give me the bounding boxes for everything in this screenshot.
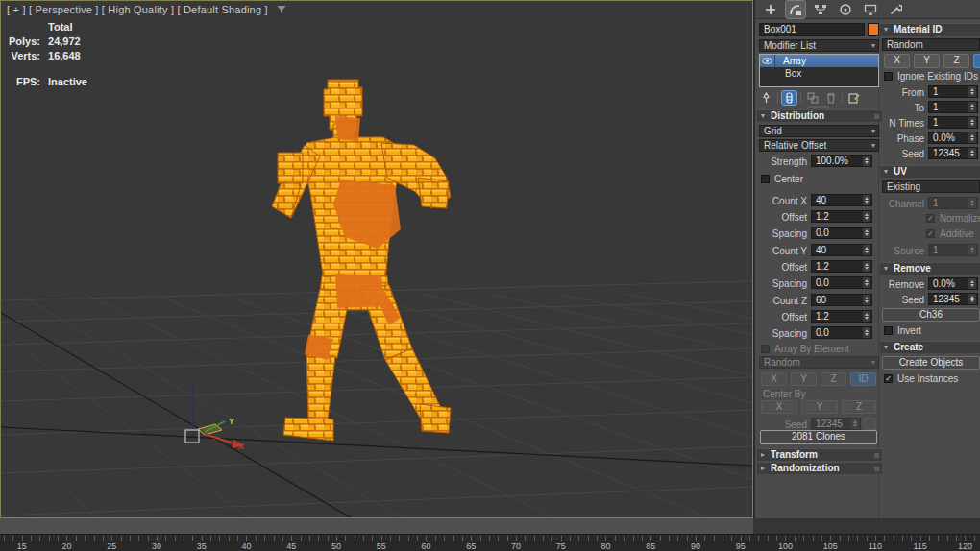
- spacingz-field[interactable]: 0.0: [811, 326, 872, 339]
- offsetz-field[interactable]: 1.2: [811, 310, 872, 323]
- show-end-result-icon[interactable]: [782, 91, 796, 105]
- matid-axis-id-button[interactable]: ID: [973, 54, 980, 68]
- tab-hierarchy[interactable]: [811, 1, 830, 18]
- rollout-uv[interactable]: ▾ UV: [880, 165, 980, 178]
- tab-create[interactable]: [761, 1, 780, 18]
- rollout-material-id[interactable]: ▾ Material ID: [880, 23, 980, 36]
- spinner-control[interactable]: [863, 195, 870, 205]
- rollout-distribution[interactable]: ▾ Distribution: [757, 109, 882, 122]
- offset-mode-dropdown[interactable]: Relative Offset▾: [759, 139, 879, 152]
- rollout-randomization[interactable]: ▸ Randomization: [757, 462, 882, 474]
- phase-field[interactable]: 0.0%: [928, 132, 978, 144]
- center-checkbox[interactable]: [761, 175, 770, 183]
- use-instances-checkbox[interactable]: ✓: [884, 374, 893, 383]
- clones-count-button[interactable]: 2081 Clones: [760, 430, 877, 444]
- transform-gizmo[interactable]: Y X: [185, 379, 244, 451]
- configure-modifier-sets-icon[interactable]: [846, 91, 861, 105]
- rollout-remove[interactable]: ▾ Remove: [880, 262, 980, 275]
- additive-checkbox[interactable]: ✓: [926, 229, 935, 238]
- offsetx-field[interactable]: 1.2: [811, 210, 872, 223]
- center-by-x-button[interactable]: X: [761, 400, 797, 414]
- pin-stack-icon[interactable]: [759, 91, 773, 105]
- county-field[interactable]: 40: [811, 244, 872, 256]
- spacingx-field[interactable]: 0.0: [811, 227, 872, 239]
- countx-field[interactable]: 40: [811, 194, 872, 206]
- uv-mode-dropdown[interactable]: Existing: [882, 180, 980, 193]
- timeline-ruler[interactable]: 1520253035404550556065707580859095100105…: [0, 534, 980, 551]
- element-axis-z-button[interactable]: Z: [821, 372, 846, 386]
- filter-funnel-icon[interactable]: [276, 4, 287, 15]
- normalize-checkbox[interactable]: ✓: [926, 214, 935, 223]
- tab-modify[interactable]: [786, 1, 805, 18]
- source-field[interactable]: 1: [928, 244, 978, 256]
- viewport-label[interactable]: [ + ] [ Perspective ] [ High Quality ] […: [7, 4, 268, 15]
- spinner-control[interactable]: [968, 132, 976, 143]
- element-axis-id-button[interactable]: ID: [850, 372, 876, 386]
- spinner-control[interactable]: [863, 245, 870, 255]
- spinner-control[interactable]: [863, 295, 870, 305]
- invert-row[interactable]: Invert: [884, 325, 921, 336]
- stack-item-box[interactable]: Box: [760, 67, 878, 80]
- spinner-control[interactable]: [863, 211, 870, 222]
- object-name-field[interactable]: Box001: [759, 23, 865, 36]
- ignore-existing-ids-row[interactable]: Ignore Existing IDs: [884, 71, 978, 82]
- element-axis-x-button[interactable]: X: [761, 372, 787, 386]
- array-by-element-row[interactable]: Array By Element: [761, 344, 849, 354]
- spinner-control[interactable]: [863, 261, 870, 272]
- matid-axis-z-button[interactable]: Z: [943, 54, 969, 68]
- remove-channel-button[interactable]: Ch36: [882, 308, 980, 322]
- material-id-mode-dropdown[interactable]: Random: [882, 38, 980, 51]
- offsety-field[interactable]: 1.2: [811, 260, 872, 273]
- spinner-control[interactable]: [863, 277, 870, 288]
- tab-display[interactable]: [861, 1, 880, 18]
- spinner-control[interactable]: [968, 278, 976, 289]
- rollout-transform[interactable]: ▸ Transform: [757, 448, 882, 461]
- create-objects-button[interactable]: Create Objects: [882, 356, 980, 370]
- remove-seed-field[interactable]: 12345: [928, 293, 978, 305]
- distribution-mode-dropdown[interactable]: Grid▾: [759, 125, 879, 137]
- use-instances-row[interactable]: ✓ Use Instances: [884, 373, 958, 384]
- normalize-row[interactable]: ✓ Normalize: [926, 213, 980, 224]
- additive-row[interactable]: ✓ Additive: [926, 228, 974, 239]
- viewport-scene[interactable]: Y X: [1, 1, 752, 517]
- panel-grip[interactable]: [808, 106, 829, 108]
- element-mode-dropdown[interactable]: Random▾: [759, 356, 879, 369]
- center-by-y-button[interactable]: Y: [801, 400, 838, 414]
- spinner-control[interactable]: [968, 245, 976, 255]
- modifier-list-dropdown[interactable]: Modifier List ▾: [759, 39, 879, 52]
- center-checkbox-row[interactable]: Center: [761, 174, 803, 184]
- spinner-control[interactable]: [968, 294, 976, 304]
- spinner-control[interactable]: [968, 86, 976, 97]
- to-field[interactable]: 1: [928, 101, 978, 113]
- matid-axis-y-button[interactable]: Y: [914, 54, 940, 68]
- spinner-control[interactable]: [863, 156, 870, 166]
- spinner-control[interactable]: [863, 228, 870, 238]
- seed-randomize-button[interactable]: [864, 418, 876, 430]
- center-by-z-button[interactable]: Z: [842, 400, 876, 414]
- spinner-control[interactable]: [851, 419, 859, 429]
- ignore-existing-ids-checkbox[interactable]: [884, 72, 893, 81]
- channel-field[interactable]: 1: [928, 197, 978, 209]
- make-unique-icon[interactable]: [805, 91, 820, 105]
- element-seed-field[interactable]: 12345: [811, 418, 861, 430]
- spacingy-field[interactable]: 0.0: [811, 276, 872, 289]
- spinner-control[interactable]: [863, 311, 870, 322]
- spinner-control[interactable]: [968, 198, 976, 208]
- stack-item-array[interactable]: Array: [760, 55, 878, 67]
- rollout-create[interactable]: ▾ Create: [880, 341, 980, 353]
- remove-modifier-trash-icon[interactable]: [823, 91, 838, 105]
- array-by-element-checkbox[interactable]: [761, 345, 770, 353]
- spinner-control[interactable]: [863, 327, 870, 338]
- spinner-control[interactable]: [968, 117, 976, 128]
- spinner-control[interactable]: [968, 102, 976, 112]
- remove-field[interactable]: 0.0%: [928, 277, 978, 290]
- from-field[interactable]: 1: [928, 85, 978, 98]
- ntimes-field[interactable]: 1: [928, 116, 978, 129]
- viewport-label-bar[interactable]: [ + ] [ Perspective ] [ High Quality ] […: [7, 4, 287, 15]
- tab-motion[interactable]: [836, 1, 855, 18]
- element-axis-y-button[interactable]: Y: [791, 372, 817, 386]
- visibility-eye-icon[interactable]: [760, 55, 775, 67]
- matid-axis-x-button[interactable]: X: [884, 54, 910, 68]
- countz-field[interactable]: 60: [811, 294, 872, 306]
- invert-checkbox[interactable]: [884, 326, 893, 335]
